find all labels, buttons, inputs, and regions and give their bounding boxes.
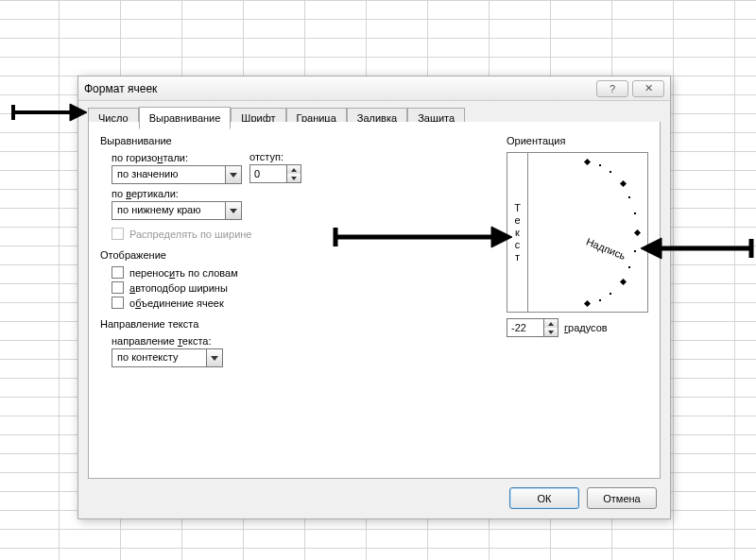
direction-label: направление текста: — [112, 335, 490, 347]
close-icon: ✕ — [644, 82, 653, 94]
tab-alignment[interactable]: Выравнивание — [139, 107, 232, 129]
wrap-checkbox[interactable] — [112, 266, 124, 279]
indent-label: отступ: — [249, 151, 301, 162]
merge-label: объединение ячеек — [129, 297, 224, 309]
indent-input[interactable] — [250, 165, 286, 182]
annotation-arrow-orientation-left — [333, 223, 512, 251]
text-direction-dropdown[interactable]: по контексту — [112, 348, 223, 367]
distribute-label: Распределять по ширине — [129, 229, 251, 240]
horizontal-align-value: по значению — [112, 166, 225, 183]
vertical-text-label: Т е к с т — [514, 202, 521, 263]
orientation-column: Ориентация Т е к с т — [507, 131, 648, 468]
titlebar: Формат ячеек ? ✕ — [78, 76, 670, 101]
chevron-down-icon — [225, 166, 241, 183]
distribute-checkbox — [112, 228, 124, 240]
degrees-down[interactable] — [544, 328, 558, 336]
annotation-arrow-tabs — [11, 100, 87, 125]
orientation-control[interactable]: Т е к с т — [507, 152, 648, 313]
autofit-checkbox[interactable] — [112, 281, 124, 294]
chevron-up-icon — [548, 322, 554, 326]
indent-stepper[interactable] — [249, 164, 301, 183]
degrees-input[interactable] — [507, 319, 543, 336]
vertical-label: по вертикали: — [112, 188, 490, 199]
degrees-label: градусов — [564, 322, 608, 333]
cancel-button[interactable]: Отмена — [587, 487, 657, 509]
tab-panel: Выравнивание по горизонтали: по значению… — [88, 122, 661, 479]
chevron-down-icon — [206, 349, 222, 366]
horizontal-align-dropdown[interactable]: по значению — [112, 165, 242, 184]
svg-marker-4 — [491, 227, 512, 247]
degrees-stepper[interactable] — [507, 318, 558, 337]
ok-button[interactable]: ОК — [509, 487, 579, 509]
orientation-sample-text: Надпись — [585, 235, 627, 262]
chevron-up-icon — [291, 168, 297, 172]
dialog-title: Формат ячеек — [84, 82, 593, 95]
chevron-down-icon — [548, 331, 554, 334]
svg-marker-1 — [70, 104, 87, 121]
annotation-arrow-orientation-right — [641, 234, 754, 263]
indent-up[interactable] — [287, 165, 301, 174]
text-direction-value: по контексту — [112, 349, 206, 366]
degrees-up[interactable] — [544, 319, 558, 328]
help-button[interactable]: ? — [596, 80, 628, 97]
merge-checkbox[interactable] — [112, 297, 124, 309]
group-alignment-title: Выравнивание — [100, 135, 490, 146]
svg-marker-7 — [641, 238, 662, 259]
dialog-buttons: ОК Отмена — [509, 487, 657, 509]
chevron-down-icon — [291, 177, 297, 180]
alignment-column: Выравнивание по горизонтали: по значению… — [100, 131, 490, 468]
chevron-down-icon — [225, 202, 241, 219]
help-icon: ? — [610, 83, 615, 94]
vertical-align-dropdown[interactable]: по нижнему краю — [112, 201, 242, 220]
wrap-label: переносить по словам — [129, 267, 238, 279]
group-direction-title: Направление текста — [100, 318, 490, 330]
close-button[interactable]: ✕ — [632, 80, 664, 97]
indent-down[interactable] — [287, 174, 301, 182]
vertical-align-value: по нижнему краю — [112, 202, 225, 219]
format-cells-dialog: Формат ячеек ? ✕ Число Выравнивание Шриф… — [77, 76, 671, 519]
orientation-dial[interactable]: Надпись — [528, 153, 647, 312]
group-orientation-title: Ориентация — [507, 135, 648, 146]
autofit-label: автоподбор ширины — [129, 282, 228, 294]
